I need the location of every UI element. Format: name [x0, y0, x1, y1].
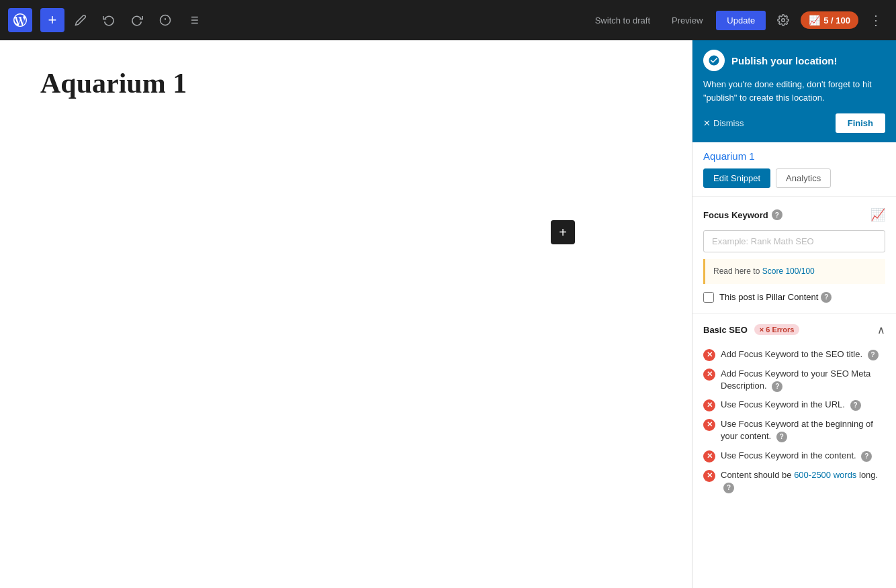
edit-tool-button[interactable] — [69, 8, 93, 32]
error-help-icon-3[interactable]: ? — [850, 400, 861, 411]
toolbar-right: Switch to draft Preview Update 📈 5 / 100… — [587, 8, 888, 32]
pillar-content-checkbox[interactable] — [703, 292, 714, 303]
edit-snippet-button[interactable]: Edit Snippet — [703, 168, 770, 188]
seo-error-item-3: ✕ Use Focus Keyword in the URL. ? — [703, 399, 885, 411]
publish-tooltip-actions: ✕ Dismiss Finish — [692, 113, 896, 142]
post-title[interactable]: Aquarium 1 — [40, 67, 652, 99]
snippet-section: Aquarium 1 Edit Snippet Analytics — [692, 142, 896, 197]
focus-keyword-header: Focus Keyword ? 📈 — [703, 207, 885, 222]
score-value: 5 / 100 — [823, 15, 850, 26]
top-toolbar: + Switch to draft Preview Update 📈 5 / 1… — [0, 0, 896, 40]
focus-keyword-help-icon[interactable]: ? — [772, 209, 782, 220]
wp-logo[interactable] — [8, 8, 32, 32]
analytics-button[interactable]: Analytics — [776, 168, 831, 188]
right-sidebar: Publish your location! When you're done … — [692, 40, 896, 588]
error-help-icon-5[interactable]: ? — [861, 451, 872, 462]
error-icon-4: ✕ — [703, 419, 715, 431]
publish-tooltip-header: Publish your location! — [692, 40, 896, 78]
seo-error-text-5: Use Focus Keyword in the content. ? — [721, 450, 885, 462]
seo-error-item-6: ✕ Content should be 600-2500 words long.… — [703, 469, 885, 493]
error-badge: × 6 Errors — [754, 324, 800, 335]
seo-error-text-6: Content should be 600-2500 words long. ? — [721, 469, 885, 493]
error-icon-2: ✕ — [703, 369, 715, 381]
publish-icon — [703, 50, 725, 71]
seo-error-item-5: ✕ Use Focus Keyword in the content. ? — [703, 450, 885, 462]
error-icon-6: ✕ — [703, 470, 715, 482]
error-help-icon-6[interactable]: ? — [723, 483, 734, 493]
redo-button[interactable] — [125, 8, 149, 32]
basic-seo-title-wrap: Basic SEO × 6 Errors — [703, 324, 799, 335]
more-options-button[interactable]: ⋮ — [864, 8, 888, 32]
inline-add-block-button[interactable]: + — [551, 220, 575, 244]
pillar-label: This post is Pillar Content ? — [719, 292, 832, 303]
editor-content[interactable]: + — [40, 113, 652, 381]
undo-button[interactable] — [97, 8, 121, 32]
chart-trend-icon[interactable]: 📈 — [870, 207, 885, 222]
seo-panel: Aquarium 1 Edit Snippet Analytics Focus … — [692, 142, 896, 511]
chevron-up-icon: ∧ — [877, 324, 885, 336]
editor-area[interactable]: Aquarium 1 + — [0, 40, 692, 588]
basic-seo-header[interactable]: Basic SEO × 6 Errors ∧ — [692, 314, 896, 346]
seo-error-item-2: ✕ Add Focus Keyword to your SEO Meta Des… — [703, 368, 885, 392]
score-hint: Read here to Score 100/100 — [703, 259, 885, 284]
error-icon-1: ✕ — [703, 349, 715, 361]
dismiss-x-icon: ✕ — [703, 118, 711, 128]
list-view-button[interactable] — [181, 8, 206, 32]
dismiss-button[interactable]: ✕ Dismiss — [703, 118, 744, 128]
settings-button[interactable] — [771, 8, 795, 32]
score-100-link[interactable]: Score 100/100 — [762, 266, 815, 276]
snippet-buttons: Edit Snippet Analytics — [703, 168, 885, 188]
seo-error-text-1: Add Focus Keyword to the SEO title. ? — [721, 348, 885, 360]
basic-seo-title: Basic SEO — [703, 325, 748, 335]
word-count-link[interactable]: 600-2500 words — [794, 470, 856, 480]
error-help-icon-4[interactable]: ? — [776, 432, 787, 442]
seo-error-text-4: Use Focus Keyword at the beginning of yo… — [721, 418, 885, 442]
main-area: Aquarium 1 + Publish your location! When… — [0, 40, 896, 588]
error-help-icon-1[interactable]: ? — [868, 350, 879, 360]
preview-button[interactable]: Preview — [664, 11, 711, 30]
svg-point-9 — [782, 19, 785, 22]
score-icon: 📈 — [809, 15, 820, 26]
publish-tooltip: Publish your location! When you're done … — [692, 40, 896, 142]
pillar-help-icon[interactable]: ? — [821, 292, 832, 303]
finish-button[interactable]: Finish — [836, 113, 885, 133]
seo-error-text-2: Add Focus Keyword to your SEO Meta Descr… — [721, 368, 885, 392]
publish-tooltip-body: When you're done editing, don't forget t… — [692, 78, 896, 113]
publish-tooltip-title: Publish your location! — [731, 55, 838, 66]
seo-error-item-4: ✕ Use Focus Keyword at the beginning of … — [703, 418, 885, 442]
seo-error-item-1: ✕ Add Focus Keyword to the SEO title. ? — [703, 348, 885, 361]
info-button[interactable] — [153, 8, 177, 32]
dismiss-label: Dismiss — [713, 118, 744, 128]
snippet-title[interactable]: Aquarium 1 — [703, 150, 885, 162]
update-button[interactable]: Update — [716, 11, 766, 30]
error-icon-3: ✕ — [703, 399, 715, 411]
focus-keyword-input[interactable] — [703, 230, 885, 252]
focus-keyword-section: Focus Keyword ? 📈 Read here to Score 100… — [692, 197, 896, 314]
seo-score-badge[interactable]: 📈 5 / 100 — [801, 11, 858, 29]
switch-to-draft-button[interactable]: Switch to draft — [587, 11, 658, 30]
basic-seo-section: Basic SEO × 6 Errors ∧ ✕ Add Focus Keywo… — [692, 314, 896, 511]
focus-keyword-title: Focus Keyword ? — [703, 209, 782, 220]
error-icon-5: ✕ — [703, 450, 715, 462]
seo-error-text-3: Use Focus Keyword in the URL. ? — [721, 399, 885, 411]
add-block-button[interactable]: + — [40, 8, 64, 32]
pillar-row: This post is Pillar Content ? — [703, 292, 885, 303]
error-help-icon-2[interactable]: ? — [772, 381, 782, 392]
seo-errors-list: ✕ Add Focus Keyword to the SEO title. ? … — [692, 346, 896, 511]
